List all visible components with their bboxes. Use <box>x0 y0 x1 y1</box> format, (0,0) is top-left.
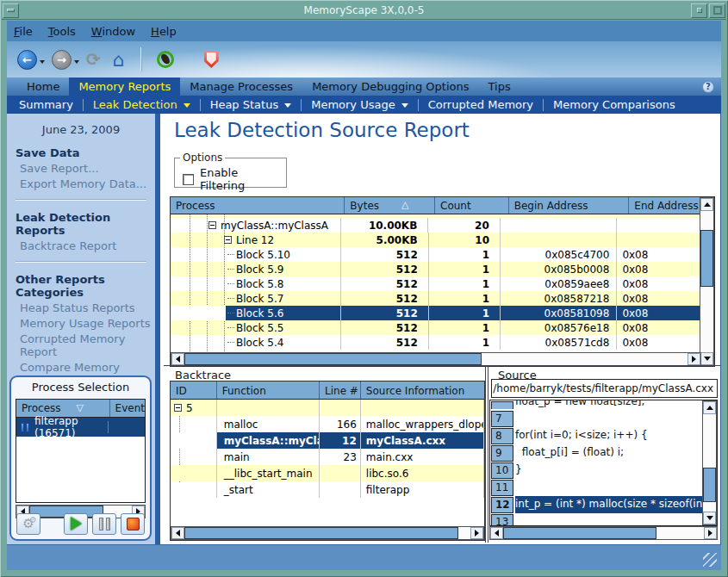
tree-collapse-icon[interactable] <box>224 236 232 244</box>
forward-dropdown-icon[interactable] <box>74 60 79 66</box>
scroll-down-icon[interactable] <box>700 352 713 365</box>
column-header-process[interactable]: Process▽ <box>16 400 110 417</box>
leak-table-vscrollbar[interactable] <box>700 197 714 366</box>
scrollbar-thumb[interactable] <box>700 230 713 287</box>
subnav-heap-status[interactable]: Heap Status <box>210 98 292 111</box>
link-memory-usage-reports[interactable]: Memory Usage Reports <box>20 317 155 330</box>
source-line[interactable]: 7 <box>490 410 717 427</box>
source-line-selected[interactable]: 12 int_p = (int *) malloc(size * sizeof(… <box>490 496 717 513</box>
line-number-gutter[interactable]: 11 <box>491 480 513 496</box>
scroll-right-icon[interactable] <box>704 527 717 539</box>
column-header-begin-address[interactable]: Begin Address <box>509 197 630 214</box>
home-icon[interactable]: ⌂ <box>113 49 125 71</box>
source-line-partial[interactable]: float_p = new float[size]; <box>490 400 717 410</box>
column-header-source-information[interactable]: Source Information <box>361 382 484 399</box>
scroll-left-icon[interactable] <box>171 353 184 365</box>
source-line[interactable]: 9 float_p[i] = (float) i; <box>490 444 717 462</box>
source-path-field[interactable]: /home/barryk/tests/filterapp/myClassA.cx… <box>491 379 718 398</box>
backtrace-row-selected[interactable]: myClassA::myCla... 12 myClassA.cxx <box>171 432 484 449</box>
scroll-left-icon[interactable] <box>171 527 184 539</box>
scroll-right-icon[interactable] <box>688 353 700 365</box>
tab-home[interactable]: Home <box>17 78 69 96</box>
column-header-bytes[interactable]: Bytes△ <box>345 197 435 214</box>
link-corrupted-memory-report[interactable]: Corrupted Memory Report <box>20 332 155 358</box>
scroll-down-icon[interactable] <box>703 512 716 524</box>
column-header-id[interactable]: ID <box>171 382 217 399</box>
subnav-summary[interactable]: Summary <box>19 98 73 111</box>
help-icon[interactable]: ? <box>702 81 714 93</box>
menu-help[interactable]: Help <box>151 25 177 38</box>
subnav-memory-comparisons[interactable]: Memory Comparisons <box>553 98 675 111</box>
scrollbar-thumb[interactable] <box>503 527 656 539</box>
line-number-gutter[interactable]: 13 <box>491 514 513 526</box>
source-line[interactable]: 10 } <box>490 462 717 479</box>
back-icon[interactable]: ← <box>17 50 37 70</box>
leak-table-hscrollbar[interactable] <box>171 352 701 366</box>
forward-icon[interactable]: → <box>52 50 72 70</box>
source-line[interactable]: 11 <box>490 479 717 496</box>
tree-collapse-icon[interactable] <box>174 404 182 412</box>
backtrace-hscrollbar[interactable] <box>171 526 484 540</box>
table-row-selected[interactable]: Block 5.6 512 1 0x08581098 0x08 <box>171 306 700 320</box>
pane-divider[interactable] <box>485 365 488 543</box>
column-header-line[interactable]: Line # <box>320 382 361 399</box>
table-row[interactable]: Block 5.5 512 1 0x08576e18 0x08 <box>171 320 700 335</box>
link-export-memory-data[interactable]: Export Memory Data... <box>20 177 155 190</box>
line-number-gutter[interactable]: 12 <box>491 497 513 513</box>
line-number-gutter[interactable]: 10 <box>491 462 513 479</box>
table-row[interactable]: Block 5.9 512 1 0x085b0008 0x08 <box>171 262 700 276</box>
table-row[interactable]: Block 5.8 512 1 0x0859aee8 0x08 <box>171 276 700 291</box>
source-hscrollbar[interactable] <box>489 526 718 540</box>
scrollbar-thumb[interactable] <box>703 468 716 502</box>
column-header-function[interactable]: Function <box>217 382 320 399</box>
backtrace-row[interactable]: __libc_start_main libc.so.6 <box>171 465 484 481</box>
tree-collapse-icon[interactable] <box>208 221 216 229</box>
backtrace-row[interactable]: malloc 166 malloc_wrappers_dlopen. <box>171 416 484 432</box>
scrollbar-thumb[interactable] <box>184 527 458 539</box>
subnav-corrupted-memory[interactable]: Corrupted Memory <box>428 98 533 111</box>
table-row[interactable]: Block 5.4 512 1 0x08571cd8 0x08 <box>171 335 700 350</box>
scroll-right-icon[interactable] <box>470 527 483 539</box>
tab-tips[interactable]: Tips <box>479 78 520 96</box>
table-row[interactable]: Line 12 5.00KB 10 <box>171 233 700 247</box>
source-line[interactable]: 8 for(int i=0; i<size; i++) { <box>490 427 717 444</box>
column-header-count[interactable]: Count <box>435 197 509 214</box>
source-line[interactable]: 13 <box>490 513 717 526</box>
scroll-up-icon[interactable] <box>700 198 713 211</box>
backtrace-row[interactable]: main 23 main.cxx <box>171 449 484 465</box>
menu-file[interactable]: File <box>14 25 33 38</box>
table-row[interactable]: Block 5.7 512 1 0x08587218 0x08 <box>171 291 700 306</box>
refresh-icon[interactable]: ⟳ <box>86 49 101 70</box>
scroll-up-icon[interactable] <box>703 401 716 414</box>
link-save-report[interactable]: Save Report... <box>20 162 155 175</box>
link-backtrace-report[interactable]: Backtrace Report <box>20 239 155 252</box>
column-header-event[interactable]: Event <box>110 400 145 417</box>
column-header-process[interactable]: Process <box>171 197 345 214</box>
subnav-memory-usage[interactable]: Memory Usage <box>311 98 408 111</box>
process-row[interactable]: filterapp (16571) <box>16 418 145 437</box>
link-heap-status-reports[interactable]: Heap Status Reports <box>20 301 155 314</box>
table-row[interactable]: myClassA::myClassA 10.00KB 20 <box>171 218 700 233</box>
source-vscrollbar[interactable] <box>702 400 717 525</box>
table-row[interactable]: Block 5.10 512 1 0x085c4700 0x08 <box>171 247 700 262</box>
run-button[interactable] <box>64 513 88 535</box>
process-settings-button[interactable]: ⚙⚙ <box>16 513 40 535</box>
enable-filtering-checkbox[interactable] <box>183 174 194 185</box>
line-number-gutter[interactable]: 7 <box>491 411 513 427</box>
scrollbar-thumb[interactable] <box>184 353 482 365</box>
stop-button[interactable] <box>121 513 145 535</box>
subnav-leak-detection[interactable]: Leak Detection <box>93 98 190 111</box>
shield-add-icon[interactable] <box>204 51 219 68</box>
title-bar[interactable]: MemoryScape 3X,0,0-5 <box>2 2 726 20</box>
menu-tools[interactable]: Tools <box>48 25 76 38</box>
line-number-gutter[interactable]: 9 <box>491 445 513 462</box>
pause-button[interactable] <box>92 513 116 535</box>
backtrace-row[interactable]: 5 <box>171 400 484 416</box>
tab-memory-reports[interactable]: Memory Reports <box>69 78 180 96</box>
resize-grip[interactable] <box>703 553 717 567</box>
line-number-gutter[interactable]: 8 <box>491 428 513 444</box>
tab-manage-processes[interactable]: Manage Processes <box>180 78 302 96</box>
tab-memory-debugging-options[interactable]: Memory Debugging Options <box>302 78 478 96</box>
line-number-gutter[interactable] <box>491 401 513 409</box>
back-dropdown-icon[interactable] <box>40 60 45 66</box>
